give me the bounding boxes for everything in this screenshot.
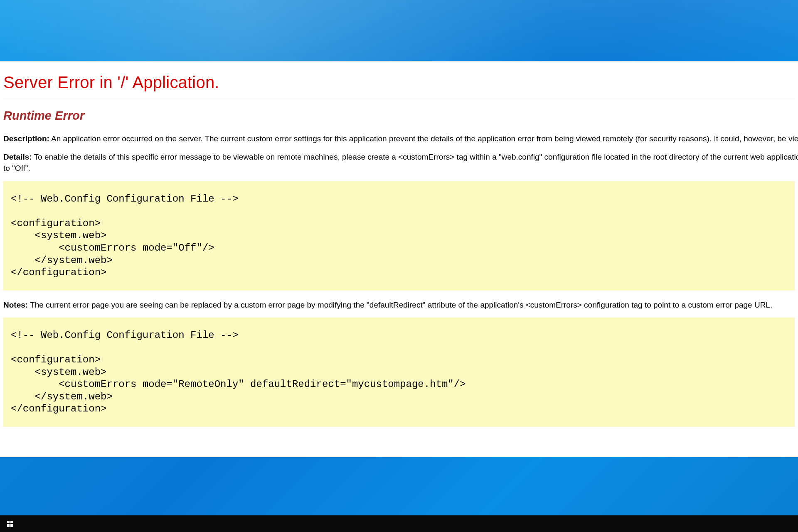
details-text-line1: To enable the details of this specific e…	[34, 153, 798, 161]
code-sample-off: <!-- Web.Config Configuration File --> <…	[3, 181, 795, 291]
aspnet-error-page: Server Error in '/' Application. Runtime…	[0, 73, 798, 427]
windows-logo-icon	[7, 521, 13, 527]
details-text-line2: to "Off".	[3, 164, 30, 172]
details-label: Details:	[3, 153, 32, 161]
notes-line: Notes: The current error page you are se…	[3, 300, 795, 310]
error-subtitle: Runtime Error	[3, 109, 795, 123]
page-title: Server Error in '/' Application.	[3, 73, 795, 92]
desktop-background: Server Error in '/' Application. Runtime…	[0, 0, 798, 532]
notes-label: Notes:	[3, 300, 28, 309]
description-line: Description: An application error occurr…	[3, 133, 795, 144]
system-tray[interactable]	[794, 515, 798, 532]
browser-window: Server Error in '/' Application. Runtime…	[0, 61, 798, 457]
notes-text: The current error page you are seeing ca…	[30, 300, 772, 309]
description-label: Description:	[3, 134, 49, 143]
taskbar[interactable]	[0, 515, 798, 532]
start-button[interactable]	[0, 515, 20, 532]
code-sample-remoteonly: <!-- Web.Config Configuration File --> <…	[3, 318, 795, 427]
title-separator	[3, 97, 795, 97]
description-text: An application error occurred on the ser…	[51, 134, 798, 143]
details-block: Details: To enable the details of this s…	[3, 152, 795, 174]
